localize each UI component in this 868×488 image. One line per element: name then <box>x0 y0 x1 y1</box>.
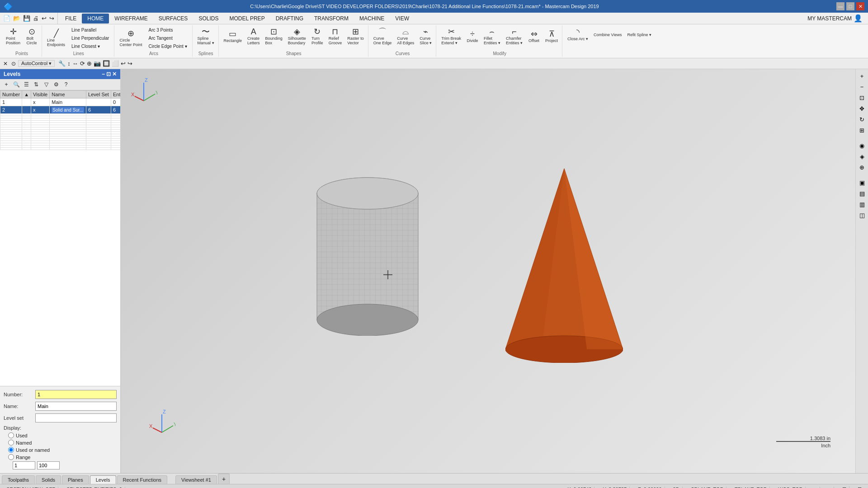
levels-add-btn[interactable]: + <box>2 80 11 89</box>
tb2-icon-e[interactable]: ⊕ <box>87 60 92 67</box>
trim-break-extend-button[interactable]: ✂ Trim BreakExtend ▾ <box>439 26 463 47</box>
radio-named[interactable] <box>8 440 14 446</box>
col-entities[interactable]: Entities <box>111 91 120 99</box>
tb2-icon-g[interactable]: 🔲 <box>103 60 110 67</box>
menu-solids[interactable]: SOLIDS <box>193 14 224 23</box>
open-icon[interactable]: 📂 <box>12 15 22 22</box>
turn-profile-button[interactable]: ↻ TurnProfile <box>309 26 326 47</box>
menu-view[interactable]: VIEW <box>390 14 415 23</box>
menu-drafting[interactable]: DRAFTING <box>270 14 309 23</box>
my-mastercam[interactable]: MY MASTERCAM 👤 <box>807 14 866 23</box>
col-levelset[interactable]: Level Set <box>86 91 111 99</box>
close-button[interactable]: ✕ <box>856 2 864 10</box>
status-grid[interactable]: ⊞ <box>855 486 864 488</box>
toolbar2-dropdown[interactable]: AutoControl ▾ <box>18 60 55 67</box>
arc-3-points-button[interactable]: Arc 3 Points <box>145 26 190 34</box>
menu-machine[interactable]: MACHINE <box>354 14 390 23</box>
menu-model-prep[interactable]: MODEL PREP <box>224 14 270 23</box>
tab-solids[interactable]: Solids <box>36 475 61 484</box>
levels-close-icon[interactable]: ✕ <box>112 71 117 77</box>
levels-search-btn[interactable]: 🔍 <box>12 80 21 89</box>
tb2-icon-c[interactable]: ↔ <box>72 60 78 67</box>
relief-groove-button[interactable]: ⊓ ReliefGroove <box>326 26 344 47</box>
menu-wireframe[interactable]: WIREFRAME <box>109 14 153 23</box>
tab-recent-functions[interactable]: Recent Functions <box>117 475 168 484</box>
close-arc-button[interactable]: ◝ Close Arc ▾ <box>565 26 590 42</box>
line-closest-button[interactable]: Line Closest ▾ <box>68 42 112 50</box>
name-input[interactable] <box>35 402 117 411</box>
radio-range[interactable] <box>8 454 14 460</box>
status-tplane[interactable]: TPLANE: TOP <box>732 487 770 488</box>
line-endpoints-button[interactable]: ╱ LineEndpoints <box>45 28 67 48</box>
menu-transform[interactable]: TRANSFORM <box>309 14 354 23</box>
levels-sort-btn[interactable]: ⇅ <box>32 80 41 89</box>
levelset-input[interactable] <box>35 413 117 422</box>
line-parallel-button[interactable]: Line Parallel <box>68 26 112 34</box>
line-perpendicular-button[interactable]: Line Perpendicular <box>68 34 112 42</box>
range-from-input[interactable] <box>13 461 35 469</box>
redo-icon[interactable]: ↪ <box>48 15 56 22</box>
silhouette-boundary-button[interactable]: ◈ SilhouetteBoundary <box>286 26 308 47</box>
levels-collapse-icon[interactable]: − <box>102 71 105 77</box>
toolbar2-icon2[interactable]: ⊙ <box>10 61 17 67</box>
bolt-circle-button[interactable]: ⊙ BoltCircle <box>24 26 40 47</box>
tab-viewsheet[interactable]: Viewsheet #1 <box>175 475 217 484</box>
col-arrow[interactable]: ▲ <box>22 91 31 99</box>
tb2-icon-a[interactable]: 🔧 <box>58 60 66 67</box>
minimize-button[interactable]: — <box>836 2 844 10</box>
table-row[interactable] <box>0 148 121 150</box>
circle-center-point-button[interactable]: ⊕ CircleCenter Point <box>117 28 144 48</box>
save-icon[interactable]: 💾 <box>22 15 32 22</box>
menu-surfaces[interactable]: SURFACES <box>153 14 193 23</box>
tb2-icon-b[interactable]: ↕ <box>67 60 71 67</box>
status-selected[interactable]: SELECTED ENTITIES: 0 <box>64 487 125 488</box>
curve-all-edges-button[interactable]: ⌓ CurveAll Edges <box>395 26 416 47</box>
range-to-input[interactable] <box>37 461 60 469</box>
right-fit[interactable]: ⊡ <box>857 93 867 103</box>
point-position-button[interactable]: ✛ PointPosition <box>4 26 23 47</box>
right-pan[interactable]: ✥ <box>857 103 867 113</box>
tab-add-button[interactable]: + <box>218 474 230 484</box>
toolbar2-icon1[interactable]: ✕ <box>2 61 9 67</box>
tb2-icon-f[interactable]: 📷 <box>94 60 101 67</box>
status-mode[interactable]: 3D <box>670 487 683 488</box>
levels-filter-btn[interactable]: ▽ <box>42 80 51 89</box>
levels-help-btn[interactable]: ? <box>61 80 71 89</box>
levels-table-wrapper[interactable]: Number ▲ Visible Name Level Set Entities… <box>0 90 120 386</box>
right-iso[interactable]: ◫ <box>857 210 867 220</box>
rectangle-button[interactable]: ▭ Rectangle <box>222 28 245 45</box>
print-icon[interactable]: 🖨 <box>32 15 40 22</box>
maximize-button[interactable]: □ <box>846 2 854 10</box>
radio-used-or-named[interactable] <box>8 447 14 453</box>
circle-edge-point-button[interactable]: Circle Edge Point ▾ <box>145 42 190 50</box>
table-row[interactable]: 1 x Main 0 <box>0 99 121 106</box>
create-letters-button[interactable]: A CreateLetters <box>245 26 262 47</box>
right-zoom-in[interactable]: + <box>857 71 867 81</box>
col-number[interactable]: Number <box>0 91 22 99</box>
right-wireframe[interactable]: ◈ <box>857 151 867 161</box>
col-visible[interactable]: Visible <box>31 91 50 99</box>
tb2-icon-d[interactable]: ⟳ <box>80 60 85 67</box>
levels-float-icon[interactable]: ⊡ <box>106 71 111 77</box>
menu-home[interactable]: HOME <box>82 14 109 23</box>
right-shading[interactable]: ◉ <box>857 141 867 150</box>
undo-icon[interactable]: ↩ <box>40 15 48 22</box>
chamfer-entities-button[interactable]: ⌐ ChamferEntities ▾ <box>504 26 525 47</box>
levels-table-btn[interactable]: ☰ <box>22 80 31 89</box>
status-fit[interactable]: ⊡ <box>840 486 849 488</box>
fillet-entities-button[interactable]: ⌢ FilletEntities ▾ <box>481 26 503 47</box>
raster-to-vector-button[interactable]: ⊞ Raster toVector <box>345 26 366 47</box>
levels-settings-btn[interactable]: ⚙ <box>52 80 61 89</box>
table-row[interactable]: 2 x Solid and Sur... 6 6 <box>0 106 121 114</box>
right-zoom-out[interactable]: − <box>857 82 867 92</box>
tab-toolpaths[interactable]: Toolpaths <box>2 475 35 484</box>
col-name[interactable]: Name <box>50 91 86 99</box>
status-zoom-plus[interactable]: + <box>811 487 820 488</box>
right-top[interactable]: ▤ <box>857 188 867 198</box>
right-grid[interactable]: ⊞ <box>857 125 867 135</box>
number-input[interactable] <box>35 390 117 399</box>
menu-file[interactable]: FILE <box>60 14 82 23</box>
status-zoom-minus[interactable]: − <box>826 487 834 488</box>
curve-one-edge-button[interactable]: ⌒ CurveOne Edge <box>371 26 394 47</box>
right-rotate[interactable]: ↻ <box>857 114 867 124</box>
